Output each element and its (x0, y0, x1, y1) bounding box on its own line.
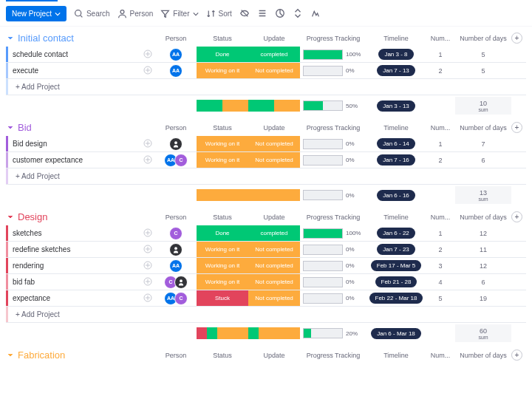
update-cell[interactable]: Not completed (248, 63, 300, 78)
row-title[interactable]: customer expectance (8, 156, 143, 164)
col-days[interactable]: Number of days (455, 35, 511, 42)
table-row[interactable]: expectanceAACStuckNot completed0%Feb 22 … (6, 290, 526, 307)
group-title[interactable]: Initial contact (18, 33, 155, 44)
progress-cell[interactable]: 0% (300, 245, 366, 255)
col-add[interactable]: + (511, 349, 526, 361)
progress-cell[interactable]: 0% (300, 155, 366, 166)
num-cell[interactable]: 4 (426, 279, 455, 286)
status-cell[interactable]: Working on it (197, 152, 248, 168)
status-cell[interactable]: Done (197, 47, 248, 62)
collapse-icon[interactable] (293, 8, 303, 20)
num-cell[interactable]: 2 (426, 67, 455, 75)
num-cell[interactable]: 1 (426, 230, 455, 237)
col-person[interactable]: Person (155, 124, 197, 132)
row-title[interactable]: bid fab (8, 278, 143, 286)
status-cell[interactable]: Working on it (197, 136, 248, 151)
person-cell[interactable]: AA (155, 48, 197, 61)
group-title[interactable]: Fabrication (18, 349, 155, 361)
col-person[interactable]: Person (155, 352, 197, 359)
table-row[interactable]: bid fabCWorking on itNot completed0%Feb … (6, 274, 526, 290)
status-cell[interactable]: Working on it (197, 274, 248, 290)
col-update[interactable]: Update (248, 352, 300, 359)
table-row[interactable]: redefine sketchesWorking on itNot comple… (6, 242, 526, 258)
timeline-cell[interactable]: Feb 21 - 28 (366, 276, 426, 287)
person-cell[interactable]: AAC (155, 292, 197, 305)
avatar[interactable]: C (169, 227, 183, 240)
timeline-cell[interactable]: Jan 7 - 13 (366, 65, 426, 76)
timeline-cell[interactable]: Jan 6 - 22 (366, 228, 426, 239)
days-cell[interactable]: 11 (455, 246, 511, 253)
person-cell[interactable] (155, 137, 197, 151)
row-title[interactable]: expectance (8, 294, 143, 302)
col-add[interactable]: + (511, 122, 526, 133)
col-days[interactable]: Number of days (455, 214, 511, 221)
timeline-cell[interactable]: Jan 7 - 16 (366, 154, 426, 166)
person-cell[interactable]: AA (155, 64, 197, 78)
col-status[interactable]: Status (197, 124, 248, 132)
timeline-cell[interactable]: Feb 17 - Mar 5 (366, 260, 426, 271)
person-cell[interactable]: C (155, 227, 197, 240)
avatar[interactable]: C (174, 154, 188, 167)
timeline-cell[interactable]: Jan 3 - 8 (366, 49, 426, 60)
person-tool[interactable]: Person (117, 9, 154, 18)
progress-cell[interactable]: 0% (300, 277, 366, 287)
row-title[interactable]: schedule contact (8, 50, 143, 58)
update-cell[interactable]: completed (248, 47, 300, 62)
timeline-cell[interactable]: Jan 6 - 14 (366, 138, 426, 149)
search-tool[interactable]: Search (74, 9, 110, 18)
update-cell[interactable]: Not completed (248, 136, 300, 151)
days-cell[interactable]: 12 (455, 262, 511, 270)
status-cell[interactable]: Working on it (197, 242, 248, 257)
height-icon[interactable] (257, 8, 267, 20)
person-cell[interactable]: C (155, 276, 197, 289)
update-cell[interactable]: Not completed (248, 152, 300, 168)
col-add[interactable]: + (511, 211, 526, 222)
avatar[interactable] (169, 243, 183, 256)
col-days[interactable]: Number of days (455, 352, 511, 359)
table-row[interactable]: renderingAAWorking on itNot completed0%F… (6, 258, 526, 274)
days-cell[interactable]: 12 (455, 230, 511, 237)
caret-down-icon[interactable] (6, 213, 15, 222)
timeline-cell[interactable]: Feb 22 - Mar 18 (366, 293, 426, 304)
table-row[interactable]: customer expectanceAACWorking on itNot c… (6, 152, 526, 168)
update-cell[interactable]: Not completed (248, 258, 300, 273)
col-status[interactable]: Status (197, 35, 248, 42)
update-cell[interactable]: completed (248, 225, 300, 241)
col-person[interactable]: Person (155, 214, 197, 221)
num-cell[interactable]: 1 (426, 51, 455, 58)
more-icon[interactable] (310, 8, 321, 20)
table-row[interactable]: sketchesCDonecompleted100%Jan 6 - 22112 (6, 225, 526, 242)
col-person[interactable]: Person (155, 35, 197, 42)
avatar[interactable]: AA (169, 48, 183, 61)
person-cell[interactable]: AA (155, 259, 197, 273)
row-title[interactable]: sketches (8, 229, 143, 237)
update-cell[interactable]: Not completed (248, 242, 300, 257)
avatar[interactable]: AA (169, 259, 183, 273)
col-progress[interactable]: Progress Tracking (300, 352, 366, 359)
col-update[interactable]: Update (248, 214, 300, 221)
row-title[interactable]: redefine sketches (8, 245, 143, 253)
expand-icon[interactable] (143, 228, 155, 239)
num-cell[interactable]: 1 (426, 140, 455, 148)
caret-down-icon[interactable] (6, 351, 15, 360)
col-num[interactable]: Num... (426, 214, 455, 221)
expand-icon[interactable] (143, 293, 155, 304)
col-update[interactable]: Update (248, 35, 300, 42)
progress-cell[interactable]: 0% (300, 261, 366, 271)
caret-down-icon[interactable] (6, 123, 15, 132)
sort-tool[interactable]: Sort (206, 9, 232, 18)
col-update[interactable]: Update (248, 124, 300, 132)
days-cell[interactable]: 6 (455, 157, 511, 164)
days-cell[interactable]: 7 (455, 140, 511, 148)
caret-down-icon[interactable] (6, 34, 15, 43)
days-cell[interactable]: 6 (455, 279, 511, 286)
expand-icon[interactable] (143, 261, 155, 271)
add-project-row[interactable]: + Add Project (6, 168, 526, 185)
avatar[interactable]: AA (169, 64, 183, 78)
expand-icon[interactable] (143, 155, 155, 166)
update-cell[interactable]: Not completed (248, 290, 300, 306)
avatar[interactable]: C (174, 292, 188, 305)
col-timeline[interactable]: Timeline (366, 214, 426, 221)
col-days[interactable]: Number of days (455, 124, 511, 132)
update-cell[interactable]: Not completed (248, 274, 300, 290)
